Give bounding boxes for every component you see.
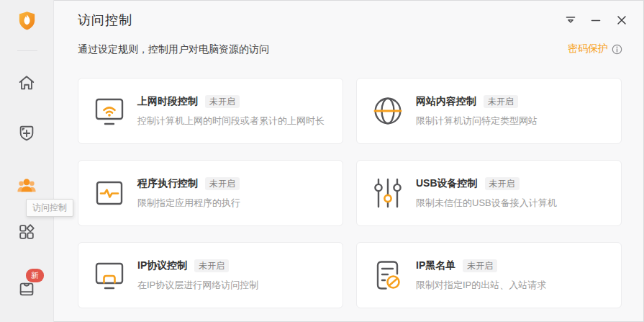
card-title: 网站内容控制 xyxy=(416,95,476,108)
status-badge: 未开启 xyxy=(485,177,520,190)
app-window: 新 访问控制 访问控制 通过设定规则，控制用户对电脑资源的访问 密码保护 xyxy=(0,0,644,322)
password-protect-label: 密码保护 xyxy=(568,43,608,55)
shield-plus-icon xyxy=(17,124,36,143)
sidebar-item-protection[interactable] xyxy=(15,122,38,145)
info-circle-icon xyxy=(612,44,622,55)
main-menu-button[interactable] xyxy=(564,14,577,27)
status-badge: 未开启 xyxy=(484,95,518,108)
card-title: IP协议控制 xyxy=(137,259,187,272)
status-badge: 未开启 xyxy=(205,177,240,190)
card-description: 限制对指定IP的出站、入站请求 xyxy=(416,279,546,292)
minimize-icon xyxy=(590,14,602,26)
status-badge: 未开启 xyxy=(205,95,240,108)
control-cards-grid: 上网时段控制 未开启 控制计算机上网的时间段或者累计的上网时长 网站内容控制 未… xyxy=(78,78,622,308)
minimize-button[interactable] xyxy=(589,14,602,27)
monitor-wifi-icon xyxy=(93,94,126,128)
card-title: 上网时段控制 xyxy=(137,95,198,108)
sidebar-item-extensions[interactable] xyxy=(15,220,38,243)
card-usb-device-control[interactable]: USB设备控制 未开启 限制未信任的USB设备接入计算机 xyxy=(356,160,622,226)
sliders-icon xyxy=(371,176,404,210)
card-ip-protocol-control[interactable]: IP协议控制 未开启 在IP协议层进行网络访问控制 xyxy=(78,242,343,308)
new-feature-badge: 新 xyxy=(26,269,44,282)
card-title: IP黑名单 xyxy=(416,259,455,272)
window-pulse-icon xyxy=(93,176,126,210)
users-group-icon xyxy=(17,176,37,194)
home-icon xyxy=(17,73,36,92)
globe-icon xyxy=(371,94,404,128)
card-title: 程序执行控制 xyxy=(137,177,198,190)
main-menu-icon xyxy=(565,14,576,26)
sidebar-item-access-control[interactable] xyxy=(15,174,38,197)
password-protect-link[interactable]: 密码保护 xyxy=(568,43,622,55)
card-internet-time-control[interactable]: 上网时段控制 未开启 控制计算机上网的时间段或者累计的上网时长 xyxy=(78,78,343,144)
card-description: 控制计算机上网的时间段或者累计的上网时长 xyxy=(137,115,325,128)
card-description: 限制未信任的USB设备接入计算机 xyxy=(416,197,557,210)
close-icon xyxy=(616,14,627,26)
card-description: 限制计算机访问特定类型网站 xyxy=(416,115,538,128)
card-description: 限制指定应用程序的执行 xyxy=(137,197,240,210)
monitor-window-icon xyxy=(93,259,126,292)
card-ip-blacklist[interactable]: IP黑名单 未开启 限制对指定IP的出站、入站请求 xyxy=(356,242,622,308)
status-badge: 未开启 xyxy=(194,259,229,272)
card-title: USB设备控制 xyxy=(416,177,478,190)
page-subtitle: 通过设定规则，控制用户对电脑资源的访问 xyxy=(78,43,269,56)
app-grid-icon xyxy=(17,223,36,241)
card-program-execution-control[interactable]: 程序执行控制 未开启 限制指定应用程序的执行 xyxy=(78,160,343,226)
shield-flame-logo xyxy=(18,9,36,32)
sidebar-divider xyxy=(17,50,37,51)
status-badge: 未开启 xyxy=(463,259,497,272)
card-website-content-control[interactable]: 网站内容控制 未开启 限制计算机访问特定类型网站 xyxy=(356,78,622,144)
sidebar: 新 xyxy=(0,0,54,322)
list-block-icon xyxy=(371,259,404,292)
access-control-tooltip: 访问控制 xyxy=(26,199,73,217)
page-title: 访问控制 xyxy=(78,12,132,29)
card-description: 在IP协议层进行网络访问控制 xyxy=(137,279,258,292)
close-button[interactable] xyxy=(615,14,628,27)
sidebar-item-home[interactable] xyxy=(15,71,38,94)
